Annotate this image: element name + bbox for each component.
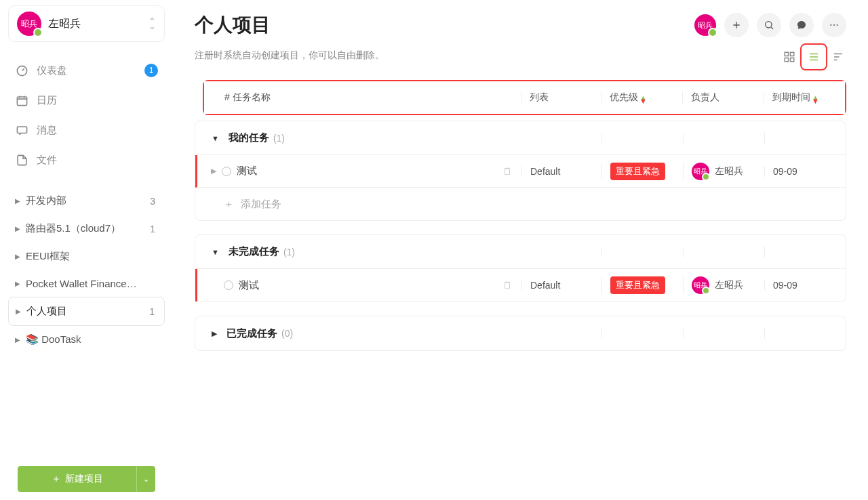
group-title: 未完成任务 [229, 245, 279, 258]
project-item[interactable]: ▶ Pocket Wallet Finance… [8, 270, 165, 297]
nav-files[interactable]: 文件 [8, 145, 165, 175]
project-name: 路由器5.1（cloud7） [26, 222, 121, 235]
project-item[interactable]: ▶ 开发内部 3 [8, 187, 165, 215]
plus-icon: ＋ [224, 198, 234, 211]
new-project-button[interactable]: ＋ 新建项目 [18, 466, 136, 492]
note-icon[interactable]: 🗒 [502, 280, 512, 291]
project-item[interactable]: ▶ EEUI框架 [8, 243, 165, 270]
more-button[interactable] [822, 13, 846, 37]
project-item[interactable]: ▶ 📚 DooTask [8, 326, 165, 353]
list-view-highlight [800, 43, 827, 70]
task-list-cell: Default [521, 166, 601, 177]
task-group-my: ▼ 我的任务 (1) ▶ 测试 🗒 Default 重要且紧急 昭兵 左昭兵 0… [195, 121, 846, 221]
new-project-dropdown[interactable]: ⌄ [136, 466, 155, 492]
col-assignee-header[interactable]: 负责人 [682, 91, 764, 104]
new-project-label: 新建项目 [65, 473, 103, 485]
task-assignee-cell: 昭兵 左昭兵 [683, 276, 764, 294]
svg-rect-2 [17, 126, 26, 133]
table-header-highlight: # 任务名称 列表 优先级▲▼ 负责人 到期时间▲▼ [203, 80, 846, 115]
nav-label: 文件 [37, 154, 57, 167]
sort-icon: ▲▼ [639, 96, 647, 103]
svg-rect-7 [785, 52, 788, 56]
project-name: 📚 DooTask [26, 333, 81, 346]
caret-right-icon: ▶ [212, 329, 217, 338]
nav-label: 消息 [37, 124, 57, 137]
caret-right-icon: ▶ [15, 280, 20, 287]
project-item[interactable]: ▶ 路由器5.1（cloud7） 1 [8, 215, 165, 243]
user-name: 左昭兵 [48, 17, 142, 31]
new-project-container: ＋ 新建项目 ⌄ [18, 466, 155, 492]
task-due-cell: 09-09 [764, 280, 846, 291]
col-task-header[interactable]: # 任务名称 [204, 91, 521, 104]
header: 个人项目 昭兵 [195, 12, 846, 38]
chat-button[interactable] [789, 13, 814, 37]
add-button[interactable] [724, 13, 749, 37]
main-content: 个人项目 昭兵 注册时系统自动创建项目，你可以自由删除。 [173, 0, 868, 500]
col-due-header[interactable]: 到期时间▲▼ [764, 91, 845, 104]
project-name: 个人项目 [26, 305, 67, 318]
svg-point-6 [837, 24, 838, 26]
task-checkbox[interactable] [224, 280, 233, 290]
svg-rect-1 [17, 96, 26, 105]
grid-view-button[interactable] [781, 49, 797, 65]
caret-down-icon: ▼ [212, 248, 219, 256]
calendar-icon [15, 93, 28, 107]
user-menu[interactable]: 昭兵 左昭兵 ⌃⌄ [8, 5, 165, 42]
project-count: 1 [150, 224, 158, 234]
nav-label: 日历 [37, 94, 57, 107]
caret-down-icon: ▼ [212, 134, 219, 142]
group-count: (1) [283, 247, 295, 257]
group-header[interactable]: ▼ 未完成任务 (1) [195, 235, 846, 269]
svg-point-5 [833, 24, 835, 26]
group-title: 我的任务 [229, 131, 269, 144]
caret-right-icon: ▶ [16, 308, 21, 315]
sort-icon: ▲▼ [812, 96, 819, 103]
file-icon [15, 153, 28, 167]
group-header[interactable]: ▼ 我的任务 (1) [195, 121, 846, 155]
group-header[interactable]: ▶ 已完成任务 (0) [195, 316, 846, 350]
svg-rect-10 [791, 58, 794, 62]
task-priority-cell: 重要且紧急 [601, 163, 683, 180]
nav-label: 仪表盘 [37, 64, 67, 77]
task-name: 测试 [239, 279, 259, 292]
add-task-row[interactable]: ＋ 添加任务 [195, 188, 846, 220]
table-header: # 任务名称 列表 优先级▲▼ 负责人 到期时间▲▼ [204, 81, 845, 114]
col-list-header[interactable]: 列表 [521, 91, 601, 104]
col-priority-header[interactable]: 优先级▲▼ [601, 91, 682, 104]
group-count: (1) [273, 133, 285, 144]
sort-view-button[interactable] [830, 49, 846, 65]
sidebar: 昭兵 左昭兵 ⌃⌄ 仪表盘 1 日历 消息 文件 ▶ 开发内部 3 [0, 0, 173, 500]
task-row[interactable]: ▶ 测试 🗒 Default 重要且紧急 昭兵 左昭兵 09-09 [195, 155, 846, 188]
task-due-cell: 09-09 [764, 166, 846, 177]
nav-messages[interactable]: 消息 [8, 115, 165, 145]
header-avatar[interactable]: 昭兵 [694, 14, 716, 36]
svg-point-3 [766, 22, 772, 28]
svg-rect-8 [791, 52, 794, 56]
search-button[interactable] [757, 13, 781, 37]
projects-list: ▶ 开发内部 3 ▶ 路由器5.1（cloud7） 1 ▶ EEUI框架 ▶ P… [8, 187, 165, 495]
project-name: 开发内部 [26, 194, 66, 207]
avatar: 昭兵 [17, 12, 41, 36]
project-name: Pocket Wallet Finance… [26, 278, 137, 289]
task-priority-cell: 重要且紧急 [601, 276, 683, 294]
page-subtitle: 注册时系统自动创建项目，你可以自由删除。 [195, 49, 384, 62]
note-icon[interactable]: 🗒 [502, 166, 512, 177]
project-count: 3 [150, 196, 158, 207]
task-row[interactable]: 测试 🗒 Default 重要且紧急 昭兵 左昭兵 09-09 [195, 269, 846, 301]
project-item-active[interactable]: ▶ 个人项目 1 [8, 297, 165, 326]
plus-icon: ＋ [52, 473, 61, 485]
dashboard-badge: 1 [144, 64, 158, 77]
nav-calendar[interactable]: 日历 [8, 85, 165, 115]
svg-point-4 [830, 24, 831, 26]
list-view-button[interactable] [806, 49, 822, 65]
assignee-avatar: 昭兵 [692, 276, 709, 294]
expand-icon[interactable]: ▶ [211, 167, 216, 175]
project-count: 1 [149, 306, 157, 317]
project-name: EEUI框架 [26, 250, 70, 263]
group-count: (0) [281, 328, 293, 339]
task-checkbox[interactable] [222, 167, 231, 176]
dashboard-icon [15, 64, 28, 77]
nav-dashboard[interactable]: 仪表盘 1 [8, 56, 165, 85]
task-group-incomplete: ▼ 未完成任务 (1) 测试 🗒 Default 重要且紧急 昭兵 左昭兵 09… [195, 234, 846, 302]
add-task-label: 添加任务 [241, 198, 281, 211]
